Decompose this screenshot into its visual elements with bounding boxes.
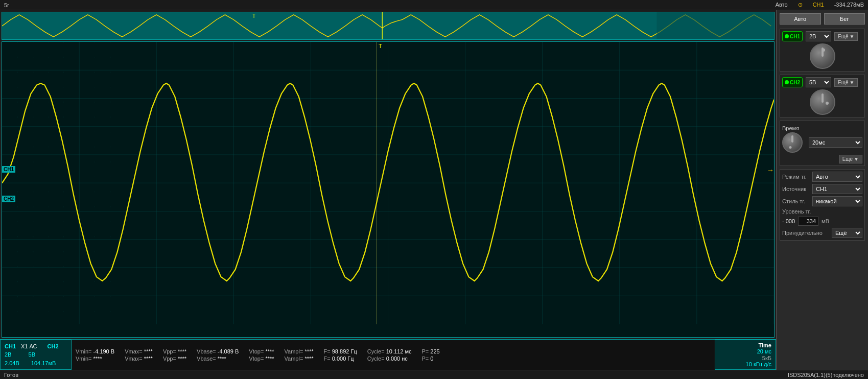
auto-button[interactable]: Авто bbox=[780, 13, 821, 25]
waveform-area[interactable]: Т СН1 СН2 → bbox=[2, 41, 775, 338]
ch1-status-mode: Х1 АС bbox=[21, 343, 37, 349]
trig-level-label: Уровень тг. bbox=[782, 208, 811, 215]
trigger-section: Режим тг. Авто Норм Один Источник СН1 СН… bbox=[780, 169, 865, 241]
meas-vbase-ch2: Vbase= **** bbox=[197, 356, 239, 362]
trig-source-label: Источник bbox=[782, 186, 810, 192]
ch1-channel-marker: СН1 bbox=[2, 166, 15, 173]
ch1-measurement-value: -334.278мВ bbox=[834, 2, 864, 8]
meas-cycle-ch1: Cycle= 10.112 мс bbox=[367, 348, 412, 354]
meas-group-3: Vpp= **** Vpp= **** bbox=[163, 348, 186, 362]
time-status-label: Time bbox=[719, 342, 771, 348]
svg-rect-0 bbox=[657, 12, 774, 39]
trig-level-unit: мВ bbox=[822, 218, 829, 224]
chevron-down-icon-ch2: ▼ bbox=[849, 80, 854, 85]
force-more-select[interactable]: Ещё bbox=[832, 228, 862, 238]
ch2-row: СН2 5В 1В 2В 500мВ Ещё ▼ bbox=[782, 77, 862, 87]
time-section-label: Время bbox=[782, 125, 862, 131]
mode-label: Авто bbox=[776, 2, 788, 8]
overview-trigger-marker: Т bbox=[252, 13, 255, 19]
ch1-measured: 2.04В 104.17мВ bbox=[5, 360, 67, 366]
ch1-indicator-label: СН1 bbox=[790, 34, 800, 39]
meas-vpp-ch2: Vpp= **** bbox=[163, 356, 186, 362]
meas-vmin-ch1: Vmin= -4.190 В bbox=[76, 348, 114, 354]
ch1-status-name: СН1 bbox=[5, 343, 16, 349]
ch1-indicator[interactable]: СН1 bbox=[782, 31, 803, 41]
ch2-status-name: СН2 bbox=[48, 343, 59, 349]
waveform-trigger-marker: Т bbox=[379, 43, 382, 49]
meas-group-7: F= 98.892 Гц F= 0.000 Гц bbox=[324, 348, 357, 362]
right-panel: Авто Бег СН1 2В 1В 5В 500мВ Ещё ▼ bbox=[776, 10, 868, 370]
time-more-button[interactable]: Ещё ▼ bbox=[839, 155, 862, 163]
meas-cycle-ch2: Cycle= 0.000 нс bbox=[367, 356, 412, 362]
ch2-volt-select[interactable]: 5В 1В 2В 500мВ bbox=[806, 77, 831, 87]
status-right: ISDS205A(1.1)(5)подключено bbox=[788, 372, 864, 378]
ch2-dot-icon bbox=[785, 80, 789, 84]
meas-group-4: Vbase= -4.089 В Vbase= **** bbox=[197, 348, 239, 362]
ch1-knob[interactable] bbox=[810, 43, 835, 69]
ch1-header: СН1 Х1 АС СН2 bbox=[5, 343, 67, 349]
meas-group-9: P= 225 P= 0 bbox=[421, 348, 439, 362]
force-row: Принудительно Ещё bbox=[782, 228, 862, 238]
trig-style-row: Стиль тг. никакой нарастание спад bbox=[782, 196, 862, 206]
meas-vampl-ch1: Vampl= **** bbox=[285, 348, 314, 354]
time-section: Время 20мс 10мс 5мс 50мс Ещё ▼ bbox=[780, 121, 865, 166]
overview-waveform bbox=[2, 12, 774, 39]
meas-p-ch2: P= 0 bbox=[421, 356, 439, 362]
meas-group-6: Vampl= **** Vampl= **** bbox=[285, 348, 314, 362]
ch1-knob-container bbox=[782, 43, 862, 69]
ch2-knob-container bbox=[782, 89, 862, 115]
time-select[interactable]: 20мс 10мс 5мс 50мс bbox=[809, 137, 862, 148]
ch1-row: СН1 2В 1В 5В 500мВ Ещё ▼ bbox=[782, 31, 862, 41]
measurements-area: Vmin= -4.190 В Vmin= **** Vmax= **** Vma… bbox=[72, 340, 715, 370]
main-content: Т bbox=[0, 10, 868, 370]
meas-vpp-ch1: Vpp= **** bbox=[163, 348, 186, 354]
time-row: 20мс 10мс 5мс 50мс bbox=[782, 132, 862, 153]
chevron-down-icon-time: ▼ bbox=[854, 156, 859, 162]
chevron-down-icon: ▼ bbox=[849, 34, 854, 39]
ch1-dot-icon bbox=[785, 34, 789, 38]
status-left: Готов bbox=[4, 372, 18, 378]
ch1-section: СН1 2В 1В 5В 500мВ Ещё ▼ bbox=[780, 29, 865, 72]
trig-style-select[interactable]: никакой нарастание спад bbox=[812, 196, 862, 206]
trig-mode-select[interactable]: Авто Норм Один bbox=[812, 172, 862, 182]
ch2-section: СН2 5В 1В 2В 500мВ Ещё ▼ bbox=[780, 75, 865, 117]
run-button[interactable]: Бег bbox=[824, 13, 865, 25]
ch1-more-button[interactable]: Ещё ▼ bbox=[834, 32, 858, 41]
meas-p-ch1: P= 225 bbox=[421, 348, 439, 354]
meas-vtop-ch2: Vtop= **** bbox=[249, 356, 274, 362]
trig-level-input-row: - 000 мВ bbox=[782, 217, 862, 226]
ch2-more-button[interactable]: Ещё ▼ bbox=[834, 78, 858, 87]
trig-level-input[interactable] bbox=[798, 217, 818, 226]
force-label: Принудительно bbox=[782, 230, 830, 236]
ch2-knob[interactable] bbox=[810, 89, 835, 115]
meas-group-8: Cycle= 10.112 мс Cycle= 0.000 нс bbox=[367, 348, 412, 362]
meas-group-1: Vmin= -4.190 В Vmin= **** bbox=[76, 348, 114, 362]
overview-strip[interactable]: Т bbox=[2, 12, 775, 40]
meas-vmax-ch1: Vmax= **** bbox=[125, 348, 153, 354]
scope-title: 5г bbox=[4, 2, 9, 8]
time-knob[interactable] bbox=[782, 132, 803, 153]
ch2-channel-marker: СН2 bbox=[2, 196, 15, 202]
meas-vmax-ch2: Vmax= **** bbox=[125, 356, 153, 362]
ch2-indicator-label: СН2 bbox=[790, 80, 800, 85]
meas-group-2: Vmax= **** Vmax= **** bbox=[125, 348, 153, 362]
meas-freq-ch2: F= 0.000 Гц bbox=[324, 356, 357, 362]
top-bar: 5г Авто ⊙ СН1 -334.278мВ bbox=[0, 0, 868, 10]
meas-vtop-ch1: Vtop= **** bbox=[249, 348, 274, 354]
trig-mode-label: Режим тг. bbox=[782, 174, 810, 180]
meas-group-5: Vtop= **** Vtop= **** bbox=[249, 348, 274, 362]
trig-mode-row: Режим тг. Авто Норм Один bbox=[782, 172, 862, 182]
scope-area: Т bbox=[0, 10, 776, 370]
trig-source-select[interactable]: СН1 СН2 Внеш bbox=[812, 184, 862, 194]
meas-freq-ch1: F= 98.892 Гц bbox=[324, 348, 357, 354]
ch1-volt-select[interactable]: 2В 1В 5В 500мВ bbox=[806, 31, 831, 41]
time-status: Time 20 мс 5кБ 10 кГц.д/с bbox=[715, 340, 776, 370]
meas-vampl-ch2: Vampl= **** bbox=[285, 356, 314, 362]
ch1-channel-label: СН1 bbox=[813, 2, 824, 8]
bottom-status: Готов ISDS205A(1.1)(5)подключено bbox=[0, 370, 868, 379]
time-status-samples: 5кБ bbox=[719, 355, 771, 361]
time-status-rate: 10 кГц.д/с bbox=[719, 361, 771, 367]
top-bar-info: Авто ⊙ СН1 -334.278мВ bbox=[776, 2, 864, 8]
trig-style-label: Стиль тг. bbox=[782, 198, 810, 204]
ch2-indicator[interactable]: СН2 bbox=[782, 77, 803, 87]
